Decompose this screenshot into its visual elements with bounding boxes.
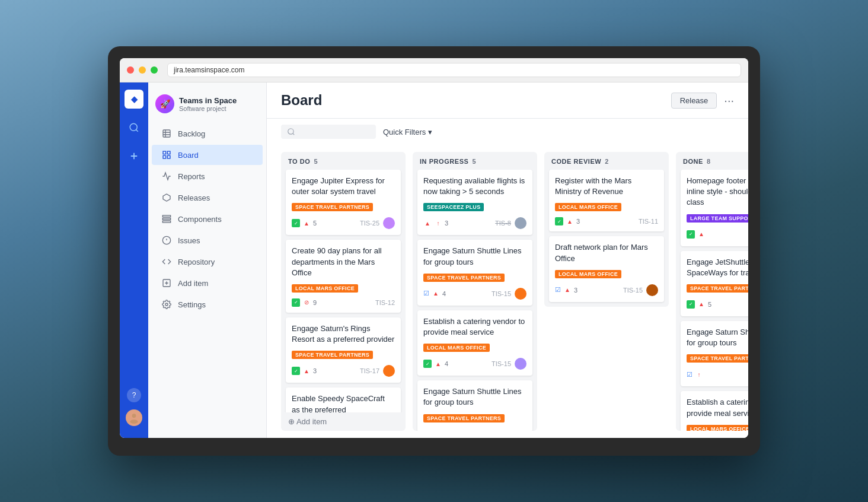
- card-footer: ☑ ▲ 3 TIS-15: [555, 284, 658, 296]
- column-done: DONE 8 Homepage footer uses an inline st…: [676, 152, 748, 431]
- check-icon: ☑: [555, 286, 561, 294]
- check-icon: ☑: [423, 290, 429, 297]
- quick-filters-label: Quick Filters: [383, 128, 426, 136]
- table-row[interactable]: Establish a catering vendor to provide m…: [681, 391, 748, 431]
- sidebar-item-backlog[interactable]: Backlog: [152, 123, 263, 144]
- card-tag: SPACE TRAVEL PARTNERS: [687, 354, 748, 363]
- quick-filters-button[interactable]: Quick Filters ▾: [383, 128, 432, 136]
- top-bar-actions: Release ···: [671, 93, 734, 109]
- releases-icon: [161, 192, 172, 203]
- story-icon: ✓: [555, 217, 563, 225]
- inprogress-cards: Requesting avaliable flights is now taki…: [413, 170, 537, 431]
- search-box[interactable]: [281, 125, 376, 139]
- components-label: Components: [178, 215, 222, 224]
- column-header-done: DONE 8: [676, 152, 748, 170]
- releases-label: Releases: [178, 193, 210, 202]
- sidebar-item-issues[interactable]: Issues: [152, 230, 263, 250]
- sidebar-item-board[interactable]: Board: [152, 145, 263, 165]
- card-title: Create 90 day plans for all departments …: [292, 246, 395, 278]
- card-title: Engage Saturn's Rings Resort as a prefer…: [292, 323, 395, 345]
- svg-rect-3: [163, 130, 170, 137]
- column-count-inprogress: 5: [472, 158, 476, 165]
- repository-label: Repository: [178, 258, 215, 266]
- table-row[interactable]: Enable Speedy SpaceCraft as the preferre…: [286, 387, 401, 412]
- card-tag: LOCAL MARS OFFICE: [423, 344, 490, 352]
- card-avatar: [515, 358, 526, 370]
- url-bar[interactable]: jira.teamsinspace.com: [167, 63, 741, 77]
- sidebar-item-releases[interactable]: Releases: [152, 188, 263, 208]
- nav-sidebar: 🚀 Teams in Space Software project Backlo…: [148, 82, 267, 438]
- project-avatar: 🚀: [155, 94, 174, 113]
- add-item-row[interactable]: ⊕ Add item: [281, 412, 406, 431]
- more-options-button[interactable]: ···: [724, 94, 734, 107]
- table-row[interactable]: Engage Saturn Shuttle Lines for group to…: [417, 240, 532, 305]
- app-logo[interactable]: ◆: [125, 90, 143, 109]
- table-row[interactable]: Engage Saturn Shuttle Lines for group to…: [681, 321, 748, 386]
- card-footer: ✓ ▲ TIS-68: [687, 228, 748, 240]
- traffic-light-green[interactable]: [151, 66, 158, 74]
- reports-icon: [161, 171, 172, 182]
- todo-cards: Engage Jupiter Express for outer solar s…: [281, 170, 406, 412]
- column-header-todo: TO DO 5: [281, 152, 406, 170]
- column-inprogress: IN PROGRESS 5 Requesting avaliable fligh…: [413, 152, 537, 431]
- card-id: TIS-15: [492, 360, 511, 367]
- sidebar-item-add-item[interactable]: Add item: [152, 273, 263, 293]
- column-title-inprogress: IN PROGRESS: [420, 158, 468, 165]
- card-count: 4: [445, 360, 448, 367]
- sidebar-item-settings[interactable]: Settings: [152, 294, 263, 314]
- codereview-cards: Register with the Mars Ministry of Reven…: [544, 170, 669, 307]
- story-icon: ✓: [687, 230, 695, 239]
- card-avatar: [515, 288, 526, 300]
- icon-sidebar: ◆ ?: [120, 82, 148, 438]
- story-icon: ✓: [292, 367, 300, 375]
- table-row[interactable]: Create 90 day plans for all departments …: [286, 240, 401, 313]
- story-icon: ✓: [292, 298, 300, 307]
- column-count-done: 8: [707, 158, 711, 165]
- sidebar-item-components[interactable]: Components: [152, 209, 263, 229]
- card-tag: LARGE TEAM SUPPORT: [687, 214, 748, 223]
- card-tag: SPACE TRAVEL PARTNERS: [423, 274, 505, 282]
- card-tag: LOCAL MARS OFFICE: [555, 270, 621, 278]
- table-row[interactable]: Register with the Mars Ministry of Reven…: [549, 170, 664, 231]
- create-icon-btn[interactable]: [125, 147, 143, 166]
- project-name: Teams in Space: [179, 96, 237, 105]
- card-tag: SPACE TRAVEL PARTNERS: [687, 284, 748, 293]
- priority-icon: ▲: [432, 290, 440, 298]
- settings-icon: [161, 299, 172, 310]
- traffic-light-red[interactable]: [127, 66, 134, 74]
- column-codereview: CODE REVIEW 2 Register with the Mars Min…: [544, 152, 669, 307]
- help-icon[interactable]: ?: [127, 388, 141, 402]
- table-row[interactable]: Engage Saturn Shuttle Lines for group to…: [417, 380, 532, 431]
- table-row[interactable]: Engage JetShuttle SpaceWays for travel S…: [681, 251, 748, 316]
- release-button[interactable]: Release: [671, 93, 717, 109]
- table-row[interactable]: Homepage footer uses an inline style - s…: [681, 170, 748, 246]
- browser-bar: jira.teamsinspace.com: [120, 58, 748, 82]
- svg-rect-9: [162, 218, 170, 220]
- card-title: Engage Saturn Shuttle Lines for group to…: [687, 327, 748, 348]
- table-row[interactable]: Requesting avaliable flights is now taki…: [417, 170, 532, 235]
- card-tag: SPACE TRAVEL PARTNERS: [292, 203, 373, 211]
- column-todo: TO DO 5 Engage Jupiter Express for outer…: [281, 152, 406, 431]
- card-title: Enable Speedy SpaceCraft as the preferre…: [292, 393, 395, 412]
- story-icon: ✓: [687, 300, 695, 309]
- block-icon: ⊘: [302, 298, 311, 307]
- sidebar-item-repository[interactable]: Repository: [152, 252, 263, 272]
- svg-point-1: [132, 414, 136, 418]
- user-avatar[interactable]: [126, 409, 142, 426]
- priority-up-icon: ↑: [695, 370, 703, 379]
- main-content: Board Release ··· Quick Filters ▾: [267, 82, 748, 438]
- story-icon: ✓: [423, 360, 432, 368]
- sidebar-item-reports[interactable]: Reports: [152, 166, 263, 186]
- card-count: 5: [708, 301, 711, 308]
- table-row[interactable]: Engage Saturn's Rings Resort as a prefer…: [286, 317, 401, 383]
- table-row[interactable]: Draft network plan for Mars Office LOCAL…: [549, 236, 664, 301]
- table-row[interactable]: Engage Jupiter Express for outer solar s…: [286, 170, 401, 235]
- table-row[interactable]: Establish a catering vendor to provide m…: [417, 310, 532, 376]
- traffic-light-yellow[interactable]: [139, 66, 146, 74]
- svg-rect-5: [167, 151, 170, 154]
- column-title-todo: TO DO: [288, 158, 310, 165]
- project-header: 🚀 Teams in Space Software project: [148, 90, 266, 123]
- search-icon-btn[interactable]: [125, 118, 143, 137]
- card-tag: SPACE TRAVEL PARTNERS: [423, 414, 505, 422]
- priority-icon: ▲: [697, 230, 706, 239]
